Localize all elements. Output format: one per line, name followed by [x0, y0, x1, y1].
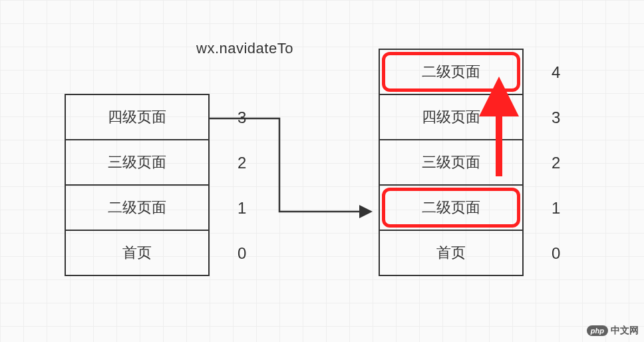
left-stack-box: 首页 — [65, 230, 210, 276]
watermark-text: 中文网 — [611, 325, 639, 337]
left-stack-row: 四级页面3 — [65, 95, 210, 140]
right-stack-row: 三级页面2 — [379, 140, 524, 186]
right-stack-index: 0 — [552, 244, 560, 263]
left-stack: 四级页面3三级页面2二级页面1首页0 — [65, 95, 210, 276]
right-stack-index: 3 — [552, 108, 560, 127]
right-stack-index: 1 — [552, 199, 560, 218]
left-stack-box: 三级页面 — [65, 139, 210, 186]
right-stack-index: 4 — [552, 63, 560, 82]
right-stack-box: 首页 — [379, 230, 524, 276]
right-stack-box: 四级页面 — [379, 94, 524, 140]
left-stack-index: 2 — [238, 154, 246, 172]
right-stack-row: 首页0 — [379, 231, 524, 276]
right-stack-row: 四级页面3 — [379, 95, 524, 140]
transition-arrow — [210, 118, 369, 212]
right-stack-index: 2 — [552, 154, 560, 172]
right-stack-box: 二级页面 — [379, 49, 524, 95]
left-stack-index: 3 — [238, 108, 246, 127]
left-stack-row: 首页0 — [65, 231, 210, 276]
right-stack-row: 二级页面1 — [379, 186, 524, 231]
left-stack-index: 0 — [238, 244, 246, 263]
right-stack-row: 二级页面4 — [379, 50, 524, 95]
watermark: php 中文网 — [587, 325, 639, 337]
left-stack-row: 二级页面1 — [65, 186, 210, 231]
left-stack-box: 二级页面 — [65, 184, 210, 231]
left-stack-box: 四级页面 — [65, 94, 210, 140]
left-stack-row: 三级页面2 — [65, 140, 210, 186]
left-stack-index: 1 — [238, 199, 246, 218]
right-stack: 二级页面4四级页面3三级页面2二级页面1首页0 — [379, 50, 524, 276]
diagram-title: wx.navidateTo — [196, 40, 293, 57]
watermark-badge: php — [587, 325, 608, 336]
right-stack-box: 三级页面 — [379, 139, 524, 186]
right-stack-box: 二级页面 — [379, 184, 524, 231]
